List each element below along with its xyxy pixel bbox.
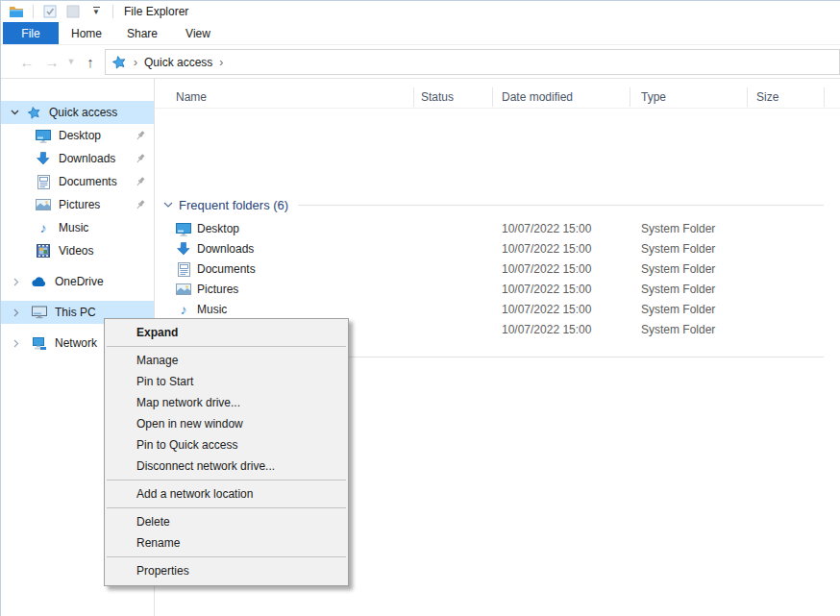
address-bar[interactable]: › Quick access › — [105, 49, 840, 75]
file-explorer-window: ▼ File Explorer File Home Share View ← →… — [0, 0, 840, 616]
back-arrow-icon[interactable]: ← — [14, 55, 39, 69]
file-row-pictures[interactable]: Pictures 10/07/2022 15:00 System Folder — [155, 280, 840, 300]
file-type: System Folder — [641, 222, 715, 235]
sidebar-item-videos[interactable]: Videos — [1, 239, 154, 262]
this-pc-monitor-icon — [32, 305, 47, 320]
pin-icon — [135, 176, 146, 187]
menu-separator — [107, 507, 346, 508]
group-rule — [272, 357, 824, 357]
file-row-downloads[interactable]: Downloads 10/07/2022 15:00 System Folder — [155, 239, 840, 259]
menu-item-delete[interactable]: Delete — [105, 511, 348, 532]
forward-arrow-icon[interactable]: → — [39, 55, 64, 69]
column-header-type[interactable]: Type — [641, 86, 666, 109]
quick-access-star-icon — [111, 55, 127, 70]
column-header-size[interactable]: Size — [756, 86, 778, 109]
column-divider[interactable] — [492, 87, 493, 107]
tab-file[interactable]: File — [3, 22, 59, 44]
sidebar-item-label: Downloads — [59, 152, 135, 165]
file-name: Pictures — [197, 283, 238, 296]
menu-item-pin-to-quick-access[interactable]: Pin to Quick access — [105, 434, 348, 456]
menu-item-pin-to-start[interactable]: Pin to Start — [105, 371, 348, 392]
column-header-status[interactable]: Status — [421, 86, 454, 109]
file-date-modified: 10/07/2022 15:00 — [502, 242, 591, 256]
properties-check-icon[interactable] — [41, 4, 59, 19]
breadcrumb-chevron-icon[interactable]: › — [134, 56, 137, 69]
sidebar-item-label: OneDrive — [55, 275, 154, 288]
menu-item-properties[interactable]: Properties — [105, 560, 348, 581]
file-type: System Folder — [641, 283, 715, 296]
file-date-modified: 10/07/2022 15:00 — [502, 222, 591, 235]
sidebar-item-label: Quick access — [49, 106, 154, 119]
column-divider[interactable] — [824, 87, 825, 107]
up-arrow-icon[interactable]: ↑ — [78, 55, 103, 69]
file-date-modified: 10/07/2022 15:00 — [502, 262, 591, 276]
file-row-music[interactable]: ♪ Music 10/07/2022 15:00 System Folder — [155, 300, 840, 320]
file-date-modified: 10/07/2022 15:00 — [502, 303, 591, 316]
column-header-name[interactable]: Name — [176, 86, 207, 109]
chevron-right-icon[interactable] — [11, 339, 22, 348]
tab-share[interactable]: Share — [114, 22, 170, 44]
tab-home[interactable]: Home — [59, 22, 114, 44]
menu-item-manage[interactable]: Manage — [105, 350, 348, 371]
document-icon — [176, 261, 191, 277]
menu-item-map-network-drive[interactable]: Map network drive... — [105, 392, 348, 413]
menu-item-disconnect-network-drive[interactable]: Disconnect network drive... — [105, 456, 348, 477]
chevron-right-icon[interactable] — [11, 278, 22, 286]
column-header-date-modified[interactable]: Date modified — [502, 86, 573, 109]
menu-separator — [107, 556, 346, 557]
chevron-right-icon[interactable] — [11, 308, 22, 317]
sidebar-item-label: Videos — [59, 244, 154, 258]
file-date-modified: 10/07/2022 15:00 — [502, 323, 591, 336]
breadcrumb[interactable]: Quick access — [144, 56, 212, 69]
menu-item-expand[interactable]: Expand — [105, 322, 348, 343]
customize-toolbar-dropdown-icon[interactable]: ▼ — [87, 4, 105, 19]
column-divider[interactable] — [630, 87, 630, 107]
sidebar-item-label: This PC — [55, 306, 154, 319]
new-folder-icon[interactable] — [64, 4, 82, 19]
history-dropdown-icon[interactable]: ▼ — [64, 58, 78, 66]
sidebar-item-quick-access[interactable]: Quick access — [1, 101, 154, 124]
menu-item-rename[interactable]: Rename — [105, 532, 348, 554]
file-row-documents[interactable]: Documents 10/07/2022 15:00 System Folder — [155, 259, 840, 280]
sidebar-item-onedrive[interactable]: OneDrive — [1, 270, 154, 293]
music-note-icon: ♪ — [176, 302, 191, 317]
ribbon-tab-bar: File Home Share View — [1, 22, 840, 45]
file-date-modified: 10/07/2022 15:00 — [502, 283, 591, 296]
context-menu: Expand Manage Pin to Start Map network d… — [104, 318, 349, 586]
file-row-desktop[interactable]: Desktop 10/07/2022 15:00 System Folder — [155, 219, 840, 239]
pin-icon — [135, 130, 146, 141]
column-divider[interactable] — [413, 87, 414, 107]
menu-separator — [107, 480, 346, 480]
column-header-row: Name Status Date modified Type Size — [155, 86, 840, 109]
sidebar-item-downloads[interactable]: Downloads — [1, 147, 154, 170]
file-name: Desktop — [197, 222, 239, 235]
explorer-folder-icon — [8, 4, 25, 19]
desktop-monitor-icon — [176, 221, 191, 236]
chevron-down-icon[interactable] — [9, 110, 20, 115]
chevron-down-icon[interactable] — [163, 202, 173, 208]
downloads-arrow-icon — [176, 241, 191, 257]
divider — [33, 5, 34, 18]
sidebar-item-documents[interactable]: Documents — [1, 170, 154, 193]
sidebar-item-desktop[interactable]: Desktop — [1, 124, 154, 147]
divider — [112, 5, 113, 18]
group-header-label: Frequent folders (6) — [179, 198, 288, 212]
sidebar-item-music[interactable]: ♪ Music — [1, 216, 154, 239]
onedrive-cloud-icon — [32, 274, 47, 289]
sidebar-item-pictures[interactable]: Pictures — [1, 193, 154, 216]
menu-separator — [107, 346, 346, 347]
pin-icon — [135, 153, 146, 164]
quick-access-star-icon — [26, 105, 41, 120]
network-icon — [32, 335, 47, 351]
document-icon — [36, 174, 51, 189]
column-divider[interactable] — [747, 87, 748, 107]
group-header-frequent-folders[interactable]: Frequent folders (6) — [155, 192, 824, 217]
breadcrumb-chevron-icon[interactable]: › — [219, 56, 223, 69]
file-type: System Folder — [641, 262, 715, 276]
desktop-monitor-icon — [36, 128, 51, 143]
file-name: Downloads — [197, 242, 254, 256]
menu-item-add-a-network-location[interactable]: Add a network location — [105, 483, 348, 505]
tab-view[interactable]: View — [170, 22, 226, 44]
menu-item-open-in-new-window[interactable]: Open in new window — [105, 413, 348, 434]
navigation-bar: ← → ▼ ↑ › Quick access › — [1, 45, 840, 79]
